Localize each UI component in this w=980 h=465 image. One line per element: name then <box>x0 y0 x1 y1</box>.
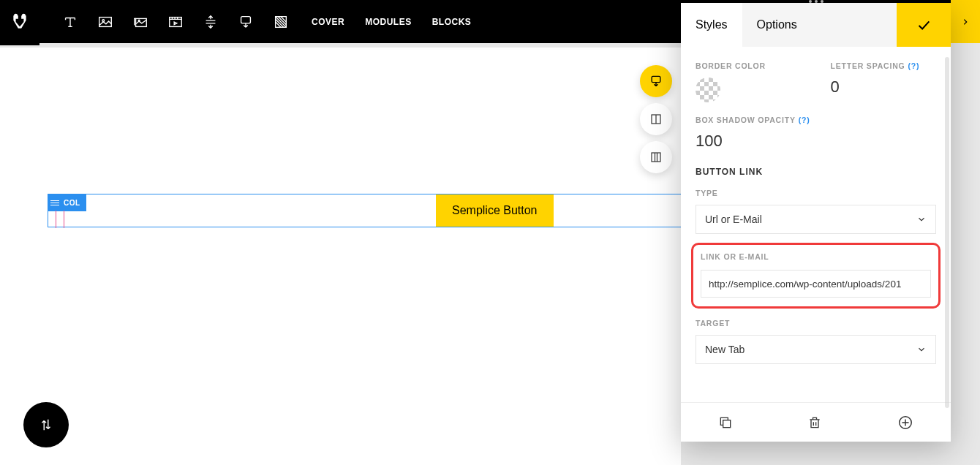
target-dropdown-value: New Tab <box>705 344 745 355</box>
element-button-icon[interactable] <box>640 65 672 97</box>
canvas[interactable]: COL Semplice Button <box>0 48 681 465</box>
border-color-swatch[interactable] <box>696 78 720 102</box>
button-tool-icon[interactable] <box>237 13 255 31</box>
column-tag-label: COL <box>64 199 80 207</box>
panel-collapse-toggle[interactable] <box>951 0 980 43</box>
chevron-down-icon <box>916 344 927 355</box>
nav-modules[interactable]: MODULES <box>365 17 412 27</box>
scrollbar[interactable] <box>945 57 949 408</box>
svg-point-1 <box>23 14 25 16</box>
add-button[interactable] <box>897 415 913 431</box>
video-tool-icon[interactable] <box>167 13 184 31</box>
letter-spacing-label: LETTER SPACING (?) <box>831 61 937 70</box>
svg-rect-12 <box>652 76 660 82</box>
type-dropdown[interactable]: Url or E-Mail <box>696 205 936 234</box>
svg-point-0 <box>15 14 17 16</box>
box-shadow-opacity-label-text: BOX SHADOW OPACITY <box>696 116 796 124</box>
letter-spacing-value[interactable]: 0 <box>831 78 937 97</box>
column-grid-icon[interactable] <box>640 141 672 173</box>
target-dropdown[interactable]: New Tab <box>696 335 936 364</box>
spacer-tool-icon[interactable] <box>202 13 219 31</box>
svg-rect-6 <box>170 17 182 26</box>
svg-rect-14 <box>652 153 660 162</box>
type-dropdown-value: Url or E-Mail <box>705 213 762 225</box>
svg-rect-7 <box>241 16 251 23</box>
column-tag[interactable]: COL <box>48 194 86 211</box>
text-tool-icon[interactable] <box>61 13 79 31</box>
type-label: TYPE <box>696 189 936 197</box>
box-shadow-opacity-label: BOX SHADOW OPACITY (?) <box>696 116 936 124</box>
link-highlight-annotation: LINK OR E-MAIL <box>691 243 941 309</box>
nav-blocks[interactable]: BLOCKS <box>432 17 472 27</box>
panel-tabs: Styles Options <box>681 3 951 47</box>
image-tool-icon[interactable] <box>97 13 114 31</box>
svg-point-5 <box>138 20 140 21</box>
tab-options[interactable]: Options <box>742 3 812 47</box>
nav-links: COVER MODULES BLOCKS <box>290 17 471 27</box>
tab-styles[interactable]: Styles <box>681 3 742 47</box>
svg-rect-15 <box>723 420 731 427</box>
help-icon[interactable]: (?) <box>799 116 810 124</box>
target-label: TARGET <box>696 319 936 328</box>
gallery-tool-icon[interactable] <box>132 13 149 31</box>
guide-line <box>64 211 64 228</box>
box-shadow-opacity-value[interactable]: 100 <box>696 132 936 151</box>
duplicate-button[interactable] <box>718 415 733 430</box>
logo[interactable] <box>0 0 39 45</box>
border-color-label: BORDER COLOR <box>696 61 802 70</box>
section-button-link: BUTTON LINK <box>696 167 936 177</box>
link-input[interactable] <box>701 270 931 298</box>
reorder-fab[interactable] <box>23 402 69 447</box>
properties-panel: Styles Options BORDER COLOR LETTER SPACI… <box>681 3 951 442</box>
panel-confirm-button[interactable] <box>897 3 951 47</box>
tool-icons-group <box>39 13 290 31</box>
help-icon[interactable]: (?) <box>908 61 920 70</box>
panel-drag-grip[interactable] <box>809 0 823 3</box>
code-tool-icon[interactable] <box>272 13 290 31</box>
tabs-filler <box>812 3 897 47</box>
link-label: LINK OR E-MAIL <box>701 252 931 261</box>
semplice-button[interactable]: Semplice Button <box>436 194 554 227</box>
column-split-icon[interactable] <box>640 103 672 135</box>
letter-spacing-label-text: LETTER SPACING <box>831 61 905 70</box>
nav-cover[interactable]: COVER <box>312 17 344 27</box>
delete-button[interactable] <box>807 415 822 430</box>
floating-element-tools <box>640 65 672 173</box>
guide-line <box>56 211 56 228</box>
svg-point-3 <box>102 19 105 21</box>
chevron-down-icon <box>916 214 927 224</box>
panel-body: BORDER COLOR LETTER SPACING (?) 0 BOX SH… <box>681 47 951 402</box>
panel-footer <box>681 402 951 442</box>
